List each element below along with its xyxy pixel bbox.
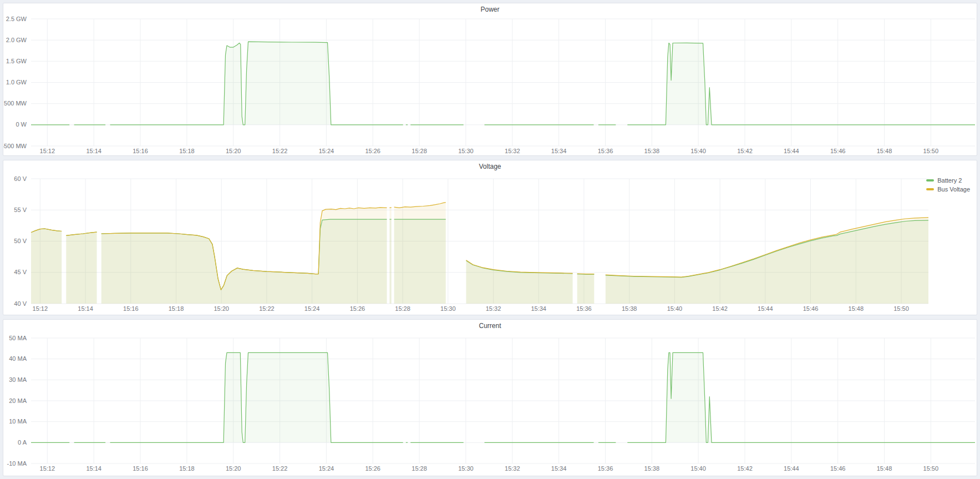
svg-text:15:42: 15:42 (737, 148, 753, 154)
svg-text:500 MW: 500 MW (4, 100, 27, 107)
svg-text:50 MA: 50 MA (9, 335, 27, 341)
svg-text:15:24: 15:24 (319, 465, 334, 472)
svg-text:15:44: 15:44 (758, 305, 773, 312)
svg-text:15:46: 15:46 (830, 148, 846, 154)
power-chart-canvas[interactable]: 15:1215:1415:1615:1815:2015:2215:2415:26… (3, 16, 977, 155)
svg-text:15:16: 15:16 (123, 305, 139, 312)
svg-text:15:16: 15:16 (133, 148, 148, 154)
svg-text:0 W: 0 W (16, 121, 27, 128)
svg-text:15:34: 15:34 (551, 148, 567, 154)
svg-text:15:48: 15:48 (877, 148, 892, 154)
svg-text:1.0 GW: 1.0 GW (6, 79, 27, 85)
power-panel-title[interactable]: Power (3, 3, 977, 16)
grid-lines (31, 338, 975, 463)
svg-text:15:20: 15:20 (214, 305, 229, 312)
svg-text:15:44: 15:44 (784, 148, 799, 154)
svg-text:40 MA: 40 MA (9, 355, 27, 362)
svg-text:15:18: 15:18 (179, 465, 195, 472)
svg-text:15:22: 15:22 (272, 148, 288, 154)
svg-text:15:44: 15:44 (784, 465, 799, 472)
svg-text:50 V: 50 V (14, 238, 27, 244)
svg-text:15:20: 15:20 (226, 148, 241, 154)
svg-text:15:28: 15:28 (395, 305, 410, 312)
axis-tick-labels: 15:1215:1415:1615:1815:2015:2215:2415:26… (3, 16, 938, 154)
current-panel: Current 15:1215:1415:1615:1815:2015:2215… (3, 319, 977, 476)
svg-text:15:12: 15:12 (33, 305, 48, 312)
svg-text:15:36: 15:36 (598, 465, 613, 472)
svg-text:15:36: 15:36 (576, 305, 592, 312)
current-panel-title[interactable]: Current (3, 320, 977, 332)
svg-text:15:26: 15:26 (365, 148, 380, 154)
legend-swatch-icon (926, 188, 934, 190)
svg-text:15:22: 15:22 (259, 305, 275, 312)
dashboard: Power 15:1215:1415:1615:1815:2015:2215:2… (0, 0, 980, 479)
svg-text:15:14: 15:14 (78, 305, 93, 312)
svg-text:55 V: 55 V (14, 206, 27, 213)
svg-text:15:22: 15:22 (272, 465, 288, 472)
series-areas (31, 203, 928, 304)
svg-text:15:18: 15:18 (169, 305, 184, 312)
svg-text:15:34: 15:34 (531, 305, 546, 312)
series-lines (31, 352, 975, 442)
svg-text:15:50: 15:50 (893, 305, 909, 312)
svg-text:15:14: 15:14 (86, 465, 101, 472)
svg-text:15:50: 15:50 (923, 465, 939, 472)
svg-text:15:28: 15:28 (412, 465, 427, 472)
power-panel: Power 15:1215:1415:1615:1815:2015:2215:2… (3, 3, 977, 156)
svg-text:15:42: 15:42 (737, 465, 753, 472)
axis-tick-labels: 15:1215:1415:1615:1815:2015:2215:2415:26… (7, 335, 939, 472)
svg-text:15:20: 15:20 (226, 465, 241, 472)
svg-text:-500 MW: -500 MW (3, 143, 27, 149)
svg-text:15:32: 15:32 (486, 305, 501, 312)
voltage-legend: Battery 2Bus Voltage (926, 177, 970, 193)
svg-text:15:12: 15:12 (40, 465, 55, 472)
svg-text:15:32: 15:32 (505, 465, 520, 472)
voltage-panel: Voltage 15:1215:1415:1615:1815:2015:2215… (3, 160, 977, 315)
svg-text:15:24: 15:24 (319, 148, 334, 154)
svg-text:15:24: 15:24 (304, 305, 320, 312)
svg-text:15:36: 15:36 (598, 148, 613, 154)
svg-text:15:26: 15:26 (350, 305, 365, 312)
svg-text:15:50: 15:50 (923, 148, 939, 154)
svg-text:1.5 GW: 1.5 GW (6, 58, 27, 64)
voltage-chart-canvas[interactable]: 15:1215:1415:1615:1815:2015:2215:2415:26… (3, 173, 977, 315)
svg-text:15:40: 15:40 (690, 465, 706, 472)
svg-text:15:14: 15:14 (86, 148, 101, 154)
svg-text:15:38: 15:38 (622, 305, 637, 312)
current-chart-canvas[interactable]: 15:1215:1415:1615:1815:2015:2215:2415:26… (3, 332, 977, 476)
legend-item-bus-voltage[interactable]: Bus Voltage (926, 186, 970, 193)
svg-text:15:48: 15:48 (877, 465, 892, 472)
svg-text:0 A: 0 A (18, 439, 27, 446)
series-areas (31, 352, 975, 442)
series-areas (31, 42, 975, 125)
svg-text:40 V: 40 V (14, 300, 27, 307)
svg-text:15:38: 15:38 (644, 465, 660, 472)
svg-text:15:30: 15:30 (458, 465, 474, 472)
svg-text:30 MA: 30 MA (9, 376, 27, 383)
svg-text:15:16: 15:16 (133, 465, 148, 472)
svg-text:15:28: 15:28 (412, 148, 427, 154)
svg-text:15:30: 15:30 (440, 305, 456, 312)
svg-text:15:46: 15:46 (830, 465, 846, 472)
svg-text:15:46: 15:46 (803, 305, 819, 312)
svg-text:20 MA: 20 MA (9, 397, 27, 404)
svg-text:15:48: 15:48 (849, 305, 864, 312)
svg-text:15:26: 15:26 (365, 465, 380, 472)
svg-text:15:34: 15:34 (551, 465, 567, 472)
svg-text:15:18: 15:18 (179, 148, 195, 154)
svg-text:2.0 GW: 2.0 GW (6, 37, 27, 43)
svg-text:15:38: 15:38 (644, 148, 660, 154)
svg-text:15:40: 15:40 (667, 305, 683, 312)
legend-item-battery-2[interactable]: Battery 2 (926, 177, 970, 184)
legend-label: Bus Voltage (937, 186, 970, 193)
grid-lines (31, 19, 975, 146)
svg-text:10 MA: 10 MA (9, 418, 27, 425)
series-lines (31, 42, 975, 125)
svg-text:60 V: 60 V (14, 175, 27, 182)
voltage-panel-title[interactable]: Voltage (3, 160, 977, 173)
svg-text:45 V: 45 V (14, 269, 27, 275)
svg-text:15:12: 15:12 (40, 148, 55, 154)
svg-text:15:32: 15:32 (505, 148, 520, 154)
legend-swatch-icon (926, 179, 934, 181)
svg-text:15:42: 15:42 (712, 305, 728, 312)
